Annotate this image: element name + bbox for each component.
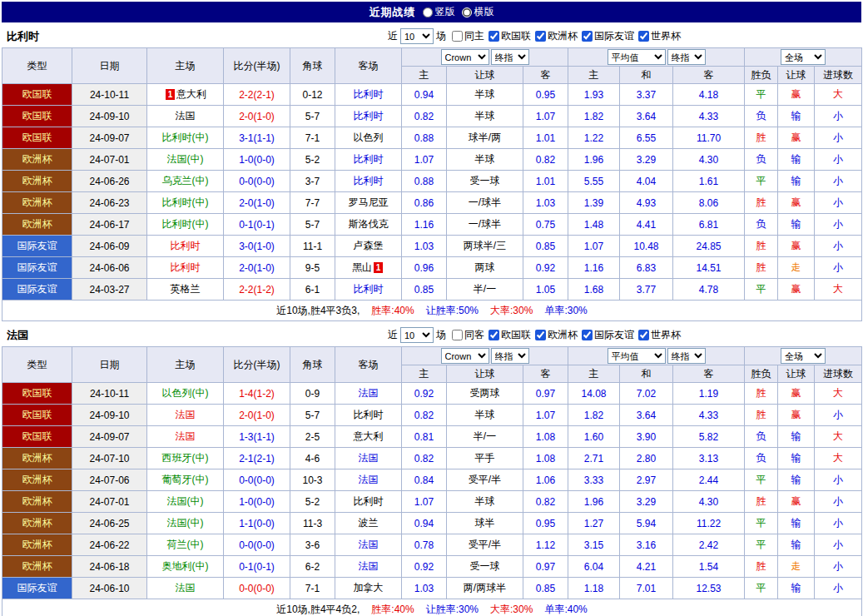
competition-checkbox[interactable] — [582, 31, 593, 42]
match-row: 国际友谊24-06-06比利时2-0(1-0)9-5黑山10.96两球0.921… — [2, 257, 862, 279]
date-cell: 24-06-10 — [72, 578, 147, 599]
competition-filter[interactable]: 世界杯 — [634, 328, 681, 342]
result-cell: 负 — [745, 214, 778, 236]
home-team-name: 葡萄牙(中) — [162, 474, 209, 485]
competition-checkbox[interactable] — [489, 330, 499, 340]
view-option-horizontal[interactable]: 横版 — [462, 5, 494, 19]
odds-cell: 3.29 — [620, 491, 673, 513]
home-team-cell: 乌克兰(中) — [147, 171, 224, 192]
result-cell: 平 — [745, 534, 778, 556]
same-venue-filter[interactable]: 同客 — [448, 328, 484, 342]
corners-cell: 6-1 — [290, 279, 335, 301]
vertical-view-radio[interactable] — [423, 7, 433, 17]
goals-result-cell: 小 — [815, 491, 862, 513]
corners-cell: 0-9 — [290, 383, 335, 405]
home-team-name: 法国 — [176, 582, 196, 594]
odds-cell: 1.07 — [523, 405, 568, 426]
header-row-groups: 类型日期主场比分(半场)角球客场Crown终指平均值终指全场 — [2, 347, 862, 365]
score-cell: 2-2(2-1) — [224, 84, 290, 106]
odds-source-select[interactable]: Crown — [441, 49, 489, 65]
corners-cell: 7-7 — [290, 192, 335, 214]
avg-stage-select[interactable]: 终指 — [667, 49, 706, 65]
summary-segment: 单率:40% — [544, 604, 587, 615]
odds-cell: 0.88 — [402, 127, 447, 149]
odds-cell: 3.15 — [568, 534, 620, 556]
horizontal-view-label: 横版 — [474, 5, 494, 19]
odds-stage-select[interactable]: 终指 — [491, 49, 529, 65]
home-team-cell: 以色列(中) — [147, 383, 224, 405]
competition-checkbox[interactable] — [535, 330, 546, 340]
summary-segment: 让胜率:30% — [426, 604, 479, 615]
away-team-cell: 法国 — [335, 469, 402, 491]
home-team-name: 乌克兰(中) — [162, 175, 209, 186]
home-team-name: 比利时 — [171, 261, 201, 273]
competition-checkbox[interactable] — [638, 330, 649, 340]
handicap-odds-group: Crown终指 — [402, 48, 568, 67]
scope-select[interactable]: 全场 — [781, 348, 826, 364]
corners-cell: 11-3 — [290, 513, 335, 534]
avg-source-select[interactable]: 平均值 — [608, 348, 666, 364]
competition-filter[interactable]: 欧国联 — [484, 29, 531, 43]
date-cell: 24-06-17 — [72, 214, 147, 236]
competition-filter[interactable]: 国际友谊 — [578, 29, 634, 43]
recent-count-select[interactable]: 10 — [400, 327, 434, 343]
goals-result-cell: 小 — [815, 257, 862, 279]
col-header: 日期 — [72, 347, 147, 383]
league-cell: 国际友谊 — [2, 257, 72, 279]
away-team-cell: 比利时 — [335, 106, 402, 127]
recent-count-select[interactable]: 10 — [400, 28, 434, 44]
corners-cell: 11-1 — [290, 236, 335, 257]
away-team-name: 波兰 — [359, 517, 379, 529]
competition-checkbox[interactable] — [638, 31, 649, 42]
odds-cell: 0.75 — [523, 214, 568, 236]
competition-filter[interactable]: 国际友谊 — [578, 328, 634, 342]
handicap-line-cell: 半球 — [447, 149, 523, 171]
home-team-cell: 法国 — [147, 426, 224, 448]
odds-cell: 14.51 — [673, 257, 745, 279]
league-cell: 国际友谊 — [2, 578, 72, 599]
competition-filter[interactable]: 欧国联 — [484, 328, 531, 342]
competition-filter[interactable]: 欧洲杯 — [531, 29, 578, 43]
odds-cell: 4.30 — [673, 149, 745, 171]
home-team-cell: 法国 — [147, 578, 224, 599]
summary-segment: 胜率:40% — [371, 305, 414, 316]
goals-result-cell: 小 — [815, 556, 862, 578]
score-cell: 0-0(0-0) — [224, 534, 290, 556]
horizontal-view-radio[interactable] — [462, 7, 472, 17]
same-venue-checkbox[interactable] — [452, 31, 463, 42]
away-team-cell: 比利时 — [335, 84, 402, 106]
competition-checkbox[interactable] — [582, 330, 593, 340]
score-cell: 0-1(0-1) — [224, 214, 290, 236]
odds-cell: 1.01 — [523, 127, 568, 149]
date-cell: 24-06-26 — [72, 171, 147, 192]
handicap-result-cell: 赢 — [778, 236, 815, 257]
date-cell: 24-07-10 — [72, 448, 147, 469]
header-row-groups: 类型日期主场比分(半场)角球客场Crown终指平均值终指全场 — [2, 48, 862, 67]
odds-source-select[interactable]: Crown — [441, 348, 489, 364]
col-header: 主场 — [147, 48, 224, 84]
odds-stage-select[interactable]: 终指 — [491, 348, 529, 364]
competition-checkbox[interactable] — [535, 31, 546, 42]
same-venue-filter[interactable]: 同主 — [448, 29, 484, 43]
competition-filter[interactable]: 欧洲杯 — [531, 328, 578, 342]
col-header: 角球 — [290, 48, 335, 84]
result-cell: 胜 — [745, 192, 778, 214]
odds-cell: 0.95 — [523, 513, 568, 534]
competition-checkbox[interactable] — [489, 31, 499, 42]
same-venue-checkbox[interactable] — [452, 330, 463, 340]
score-cell: 2-1(2-1) — [224, 448, 290, 469]
avg-source-select[interactable]: 平均值 — [608, 49, 666, 65]
avg-stage-select[interactable]: 终指 — [667, 348, 706, 364]
sub-col-header: 主 — [568, 365, 620, 383]
league-cell: 欧洲杯 — [2, 534, 72, 556]
odds-cell: 7.01 — [620, 578, 673, 599]
odds-cell: 3.29 — [620, 149, 673, 171]
view-option-vertical[interactable]: 竖版 — [423, 5, 455, 19]
scope-select[interactable]: 全场 — [781, 49, 826, 65]
away-team-cell: 法国 — [335, 383, 402, 405]
vertical-view-label: 竖版 — [435, 5, 455, 19]
competition-filter[interactable]: 世界杯 — [634, 29, 681, 43]
average-odds-group: 平均值终指 — [568, 347, 745, 365]
date-cell: 24-06-06 — [72, 257, 147, 279]
odds-cell: 3.13 — [673, 448, 745, 469]
